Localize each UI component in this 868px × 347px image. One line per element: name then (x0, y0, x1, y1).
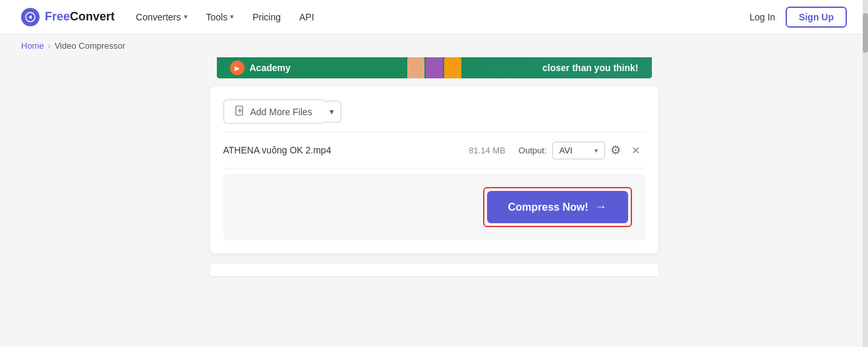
scrollbar[interactable] (863, 0, 868, 347)
add-files-dropdown-button[interactable]: ▾ (323, 101, 341, 122)
file-name: ATHENA vuông OK 2.mp4 (223, 145, 469, 155)
breadcrumb-current-page: Video Compressor (55, 41, 125, 51)
file-row: ATHENA vuông OK 2.mp4 81.14 MB Output: A… (223, 132, 645, 169)
output-format-select[interactable]: AVI ▾ (552, 142, 605, 159)
compressor-card: Add More Files ▾ ATHENA vuông OK 2.mp4 8… (210, 86, 658, 254)
banner-people (407, 57, 461, 78)
header-left: FreeConvert Converters ▾ Tools ▾ Pricing… (21, 8, 314, 26)
output-label: Output: (519, 146, 547, 155)
gear-icon: ⚙ (610, 144, 621, 157)
remove-file-button[interactable]: ✕ (626, 142, 645, 159)
main-nav: Converters ▾ Tools ▾ Pricing API (136, 12, 314, 22)
nav-pricing[interactable]: Pricing (252, 12, 281, 22)
bottom-section (0, 254, 868, 276)
file-add-icon (235, 105, 245, 118)
login-button[interactable]: Log In (749, 12, 775, 22)
nav-api[interactable]: API (299, 12, 314, 22)
banner-left: ▶ Academy (217, 61, 291, 75)
file-size: 81.14 MB (469, 146, 506, 155)
bottom-content-bar (210, 264, 658, 276)
main-content: Add More Files ▾ ATHENA vuông OK 2.mp4 8… (0, 78, 868, 254)
scrollbar-thumb[interactable] (863, 13, 868, 53)
logo[interactable]: FreeConvert (21, 8, 115, 26)
action-area: Compress Now! → (223, 174, 645, 240)
nav-converters[interactable]: Converters ▾ (136, 12, 187, 22)
banner-play-icon: ▶ (230, 61, 245, 75)
header-right: Log In Sign Up (749, 7, 847, 28)
close-icon: ✕ (631, 145, 640, 156)
signup-button[interactable]: Sign Up (786, 7, 847, 28)
add-more-files-button[interactable]: Add More Files (223, 99, 323, 124)
converters-chevron-icon: ▾ (184, 13, 188, 21)
add-files-chevron-icon: ▾ (330, 107, 334, 117)
output-format-value: AVI (560, 146, 573, 155)
breadcrumb: Home › Video Compressor (0, 34, 868, 57)
compress-label: Compress Now! (508, 201, 589, 213)
output-select-chevron-icon: ▾ (594, 147, 598, 154)
settings-button[interactable]: ⚙ (605, 140, 626, 160)
breadcrumb-home-link[interactable]: Home (21, 41, 44, 51)
banner-right-text: closer than you think! (542, 63, 651, 73)
banner-academy-text: Academy (250, 63, 291, 73)
logo-text: FreeConvert (45, 10, 115, 24)
tools-chevron-icon: ▾ (230, 13, 234, 21)
nav-tools[interactable]: Tools ▾ (206, 12, 235, 22)
banner-area: ▶ Academy closer than you think! (0, 57, 868, 78)
logo-icon (21, 8, 40, 26)
promo-banner: ▶ Academy closer than you think! (217, 57, 652, 78)
breadcrumb-separator: › (48, 41, 51, 51)
compress-now-button[interactable]: Compress Now! → (487, 191, 628, 223)
compress-arrow-icon: → (595, 200, 607, 214)
add-files-bar: Add More Files ▾ (223, 99, 645, 124)
compress-highlight-box: Compress Now! → (483, 187, 632, 227)
header: FreeConvert Converters ▾ Tools ▾ Pricing… (0, 0, 868, 34)
